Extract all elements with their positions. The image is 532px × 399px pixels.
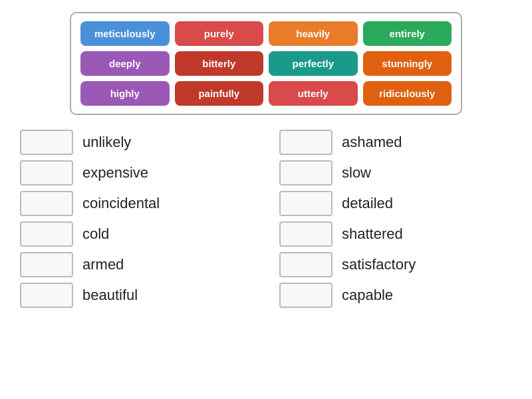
drag-bank: meticulouslypurelyheavilyentirelydeeplyb…	[70, 12, 462, 115]
match-word-ashamed: ashamed	[342, 134, 402, 151]
match-word-armed: armed	[82, 256, 124, 273]
drop-box-unlikely[interactable]	[20, 130, 73, 155]
drop-box-satisfactory[interactable]	[279, 252, 332, 277]
match-row-beautiful: beautiful	[20, 283, 253, 308]
match-word-coincidental: coincidental	[82, 195, 160, 212]
match-row-satisfactory: satisfactory	[279, 252, 512, 277]
match-word-unlikely: unlikely	[82, 134, 131, 151]
match-word-detailed: detailed	[342, 195, 393, 212]
drop-box-capable[interactable]	[279, 283, 332, 308]
drop-box-coincidental[interactable]	[20, 191, 73, 216]
chip-stunningly[interactable]: stunningly	[363, 51, 452, 76]
match-row-coincidental: coincidental	[20, 191, 253, 216]
drop-box-cold[interactable]	[20, 221, 73, 247]
chip-utterly[interactable]: utterly	[269, 81, 358, 106]
chip-purely[interactable]: purely	[175, 21, 264, 46]
drop-box-shattered[interactable]	[279, 221, 332, 247]
chip-bitterly[interactable]: bitterly	[175, 51, 264, 76]
match-word-beautiful: beautiful	[82, 287, 138, 304]
chip-highly[interactable]: highly	[80, 81, 170, 106]
match-word-expensive: expensive	[82, 164, 148, 182]
match-row-expensive: expensive	[20, 160, 253, 186]
match-row-shattered: shattered	[279, 221, 512, 247]
chip-meticulously[interactable]: meticulously	[80, 21, 170, 46]
chip-ridiculously[interactable]: ridiculously	[363, 81, 452, 106]
drop-box-expensive[interactable]	[20, 160, 73, 186]
chip-heavily[interactable]: heavily	[269, 21, 358, 46]
chip-entirely[interactable]: entirely	[363, 21, 452, 46]
match-word-shattered: shattered	[342, 225, 403, 243]
chip-perfectly[interactable]: perfectly	[269, 51, 358, 76]
match-row-unlikely: unlikely	[20, 130, 253, 155]
drop-box-beautiful[interactable]	[20, 283, 73, 308]
match-word-satisfactory: satisfactory	[342, 256, 416, 273]
match-row-armed: armed	[20, 252, 253, 277]
drop-box-armed[interactable]	[20, 252, 73, 277]
match-word-capable: capable	[342, 287, 393, 304]
match-area: unlikelyashamedexpensiveslowcoincidental…	[20, 130, 512, 311]
match-row-cold: cold	[20, 221, 253, 247]
match-word-cold: cold	[82, 225, 109, 243]
chip-painfully[interactable]: painfully	[175, 81, 264, 106]
match-word-slow: slow	[342, 164, 371, 182]
match-row-ashamed: ashamed	[279, 130, 512, 155]
match-row-detailed: detailed	[279, 191, 512, 216]
drop-box-slow[interactable]	[279, 160, 332, 186]
match-row-capable: capable	[279, 283, 512, 308]
drop-box-ashamed[interactable]	[279, 130, 332, 155]
match-row-slow: slow	[279, 160, 512, 186]
drop-box-detailed[interactable]	[279, 191, 332, 216]
chip-deeply[interactable]: deeply	[80, 51, 170, 76]
